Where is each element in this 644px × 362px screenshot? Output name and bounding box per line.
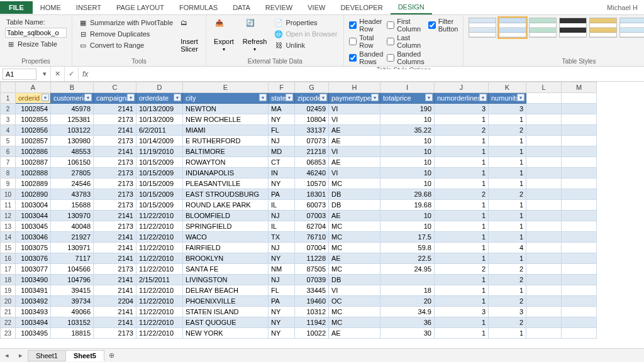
row-header[interactable]: 6 bbox=[1, 146, 16, 157]
cell[interactable]: 02459 bbox=[295, 104, 329, 114]
cell[interactable]: 10/13/2009 bbox=[136, 114, 183, 125]
cell[interactable]: 130970 bbox=[51, 211, 94, 221]
cell[interactable]: 1003004 bbox=[16, 200, 51, 211]
cell[interactable]: 39734 bbox=[51, 296, 94, 307]
export-button[interactable]: 📤Export▾ bbox=[211, 18, 236, 53]
table-style-thumb[interactable] bbox=[469, 18, 496, 38]
cell[interactable]: 10/15/2009 bbox=[136, 200, 183, 211]
banded-columns-checkbox[interactable]: Banded Columns bbox=[387, 50, 424, 65]
unlink-button[interactable]: ⛓Unlink bbox=[273, 40, 338, 50]
table-properties-button[interactable]: 📄Properties bbox=[273, 18, 338, 28]
table-style-thumb[interactable] bbox=[499, 18, 526, 38]
cell[interactable]: 1003493 bbox=[16, 307, 51, 317]
cell[interactable]: 87505 bbox=[295, 264, 329, 275]
table-column-header[interactable]: paymenttype▾ bbox=[329, 93, 380, 104]
cell[interactable]: 59.8 bbox=[380, 243, 435, 253]
cell[interactable]: 7117 bbox=[51, 253, 94, 264]
cell[interactable]: MC bbox=[329, 178, 380, 189]
cell[interactable]: MA bbox=[269, 104, 295, 114]
cell[interactable]: STATEN ISLAND bbox=[183, 307, 269, 317]
cell[interactable]: 130980 bbox=[51, 136, 94, 146]
cell[interactable]: MC bbox=[329, 317, 380, 328]
cell[interactable]: 125381 bbox=[51, 114, 94, 125]
cell[interactable]: 2/15/2011 bbox=[136, 275, 183, 285]
cell[interactable]: MIAMI bbox=[183, 125, 269, 136]
cell[interactable]: 30 bbox=[380, 328, 435, 339]
cell[interactable]: 10 bbox=[380, 211, 435, 221]
summarize-pivot-button[interactable]: ▦Summarize with PivotTable bbox=[77, 18, 174, 28]
sheet-tab-sheet5[interactable]: Sheet5 bbox=[65, 350, 104, 361]
cell[interactable]: 1002857 bbox=[16, 136, 51, 146]
cell[interactable]: 10/13/2009 bbox=[136, 104, 183, 114]
cell[interactable]: VI bbox=[329, 168, 380, 178]
cell[interactable]: NEWTON bbox=[183, 104, 269, 114]
cell[interactable]: 10/15/2009 bbox=[136, 189, 183, 200]
cell[interactable]: 2173 bbox=[94, 189, 136, 200]
cell[interactable]: 1 bbox=[435, 296, 489, 307]
cell[interactable]: 1 bbox=[435, 168, 489, 178]
cell[interactable]: AE bbox=[329, 157, 380, 168]
table-column-header[interactable]: numorderlines▾ bbox=[435, 93, 489, 104]
row-header[interactable]: 23 bbox=[1, 328, 16, 339]
cell[interactable]: 07039 bbox=[295, 275, 329, 285]
cell[interactable]: 10 bbox=[380, 136, 435, 146]
new-sheet-button[interactable]: ⊕ bbox=[104, 351, 119, 359]
cell[interactable]: 11228 bbox=[295, 253, 329, 264]
tab-data[interactable]: DATA bbox=[225, 1, 258, 14]
cell[interactable]: NY bbox=[269, 178, 295, 189]
cell[interactable]: 11/22/2010 bbox=[136, 211, 183, 221]
cell[interactable]: NJ bbox=[269, 243, 295, 253]
cell[interactable]: 1003495 bbox=[16, 328, 51, 339]
cell[interactable]: 2 bbox=[435, 125, 489, 136]
cell[interactable]: BALTIMORE bbox=[183, 146, 269, 157]
cell[interactable]: 1 bbox=[489, 157, 526, 168]
filter-dropdown-icon[interactable]: ▾ bbox=[174, 94, 181, 101]
cell[interactable]: 11/19/2010 bbox=[136, 146, 183, 157]
cell[interactable]: MC bbox=[329, 307, 380, 317]
open-browser-button[interactable]: 🌐Open in Browser bbox=[273, 29, 338, 39]
cell[interactable]: 106150 bbox=[51, 157, 94, 168]
cell[interactable]: 2 bbox=[489, 296, 526, 307]
cell[interactable]: SANTA FE bbox=[183, 264, 269, 275]
cell[interactable]: 34.9 bbox=[380, 307, 435, 317]
cell[interactable]: 10 bbox=[380, 221, 435, 232]
cell[interactable]: NY bbox=[269, 253, 295, 264]
cell[interactable]: ROWAYTON bbox=[183, 157, 269, 168]
cell[interactable]: 11/22/2010 bbox=[136, 296, 183, 307]
tab-page-layout[interactable]: PAGE LAYOUT bbox=[109, 1, 172, 14]
cell[interactable]: 07073 bbox=[295, 136, 329, 146]
cell[interactable]: E RUTHERFORD bbox=[183, 136, 269, 146]
cell[interactable]: 1 bbox=[435, 200, 489, 211]
cell[interactable]: NM bbox=[269, 264, 295, 275]
table-column-header[interactable]: zipcode▾ bbox=[295, 93, 329, 104]
first-column-checkbox[interactable]: First Column bbox=[387, 18, 424, 33]
cell[interactable]: 46240 bbox=[295, 168, 329, 178]
cell[interactable]: 1 bbox=[489, 221, 526, 232]
row-header[interactable]: 17 bbox=[1, 264, 16, 275]
cell[interactable]: 1003076 bbox=[16, 253, 51, 264]
spreadsheet-grid[interactable]: ABCDEFGHIJKLM1orderid▾customerid▾campaig… bbox=[0, 82, 644, 348]
cell[interactable]: 48553 bbox=[51, 146, 94, 157]
cell[interactable]: NY bbox=[269, 328, 295, 339]
cell[interactable]: 15688 bbox=[51, 200, 94, 211]
row-header[interactable]: 12 bbox=[1, 211, 16, 221]
cell[interactable]: 103122 bbox=[51, 125, 94, 136]
cell[interactable]: 1 bbox=[435, 232, 489, 243]
cell[interactable]: MC bbox=[329, 221, 380, 232]
cell[interactable]: 1 bbox=[489, 168, 526, 178]
cell[interactable]: SPRINGFIELD bbox=[183, 221, 269, 232]
cell[interactable]: 39415 bbox=[51, 285, 94, 296]
sheet-nav-prev[interactable]: ◂ bbox=[0, 351, 14, 359]
cell[interactable]: 1 bbox=[435, 211, 489, 221]
cancel-formula-button[interactable]: ✕ bbox=[51, 67, 65, 81]
cell[interactable]: OC bbox=[329, 296, 380, 307]
column-header[interactable]: E bbox=[183, 82, 269, 93]
cell[interactable]: 10/14/2009 bbox=[136, 136, 183, 146]
cell[interactable]: 3 bbox=[489, 307, 526, 317]
cell[interactable]: WACO bbox=[183, 232, 269, 243]
filter-dropdown-icon[interactable]: ▾ bbox=[259, 94, 267, 101]
cell[interactable]: 130971 bbox=[51, 243, 94, 253]
cell[interactable]: AE bbox=[329, 125, 380, 136]
tab-view[interactable]: VIEW bbox=[300, 1, 333, 14]
cell[interactable]: 2173 bbox=[94, 221, 136, 232]
